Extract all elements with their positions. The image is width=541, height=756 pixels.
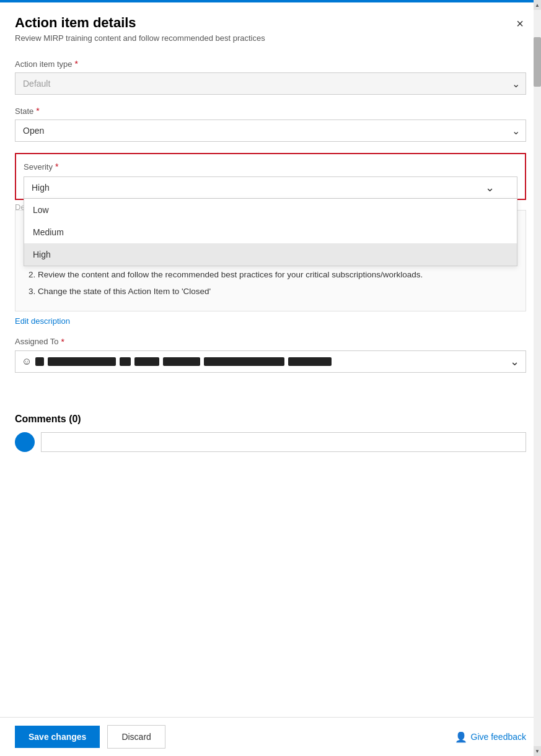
give-feedback-button[interactable]: 👤 Give feedback [455, 731, 527, 743]
comments-section: Comments (0) [15, 414, 526, 452]
spacer-1 [15, 384, 526, 396]
assigned-to-redacted [15, 351, 526, 372]
severity-selected-value: High [32, 183, 50, 193]
redacted-7 [288, 357, 332, 366]
redacted-1 [35, 357, 44, 366]
assigned-to-label: Assigned To * [15, 337, 526, 347]
scrollbar-thumb[interactable] [534, 37, 541, 87]
close-button[interactable]: × [510, 14, 530, 33]
required-star-assigned: * [61, 337, 64, 347]
severity-option-low[interactable]: Low [24, 199, 517, 221]
edit-description-link[interactable]: Edit description [15, 316, 70, 326]
redacted-3 [120, 357, 131, 366]
panel-title: Action item details [15, 15, 526, 31]
required-star-state: * [36, 106, 39, 116]
scrollbar-track: ▲ ▼ [534, 0, 541, 756]
spacer-2 [15, 396, 526, 409]
save-changes-button[interactable]: Save changes [15, 726, 100, 748]
panel-body: Action item type * Default ⌄ State * Ope… [0, 49, 541, 717]
severity-select-button[interactable]: High ⌄ [24, 176, 517, 199]
redacted-5 [163, 357, 200, 366]
severity-dropdown-container: High ⌄ Low Medium High [24, 176, 517, 199]
severity-option-medium[interactable]: Medium [24, 221, 517, 243]
severity-option-high[interactable]: High [24, 243, 517, 266]
feedback-label: Give feedback [471, 732, 527, 742]
description-item-2: Review the content and follow the recomm… [38, 268, 516, 282]
comments-input[interactable] [41, 432, 526, 452]
comments-input-row [15, 432, 526, 452]
severity-label: Severity * [24, 162, 517, 172]
required-star-severity: * [55, 162, 58, 172]
discard-button[interactable]: Discard [107, 725, 165, 749]
severity-dropdown: Low Medium High [24, 199, 517, 266]
redacted-2 [48, 357, 116, 366]
description-item-3: Change the state of this Action Item to … [38, 285, 516, 298]
action-item-type-select[interactable]: Default [15, 72, 526, 95]
scrollbar-arrow-down[interactable]: ▼ [534, 746, 541, 756]
action-item-panel: Action item details Review MIRP training… [0, 0, 541, 756]
action-item-type-wrapper: Default ⌄ [15, 72, 526, 95]
chevron-down-icon-severity: ⌄ [485, 181, 495, 194]
chevron-down-icon-assigned: ⌄ [510, 355, 519, 368]
state-group: State * Open Closed ⌄ [15, 106, 526, 142]
scrollbar-arrow-up[interactable]: ▲ [534, 0, 541, 10]
state-label: State * [15, 106, 526, 116]
comments-title: Comments (0) [15, 414, 526, 425]
action-item-type-label: Action item type * [15, 59, 526, 69]
feedback-person-icon: 👤 [455, 731, 467, 743]
severity-section: Severity * High ⌄ Low Medium High [15, 153, 526, 200]
redacted-6 [204, 357, 284, 366]
required-star: * [75, 59, 78, 69]
comments-avatar [15, 432, 35, 452]
state-select-wrapper: Open Closed ⌄ [15, 119, 526, 142]
state-select[interactable]: Open Closed [15, 119, 526, 142]
panel-header: Action item details Review MIRP training… [0, 2, 541, 49]
panel-footer: Save changes Discard 👤 Give feedback [0, 717, 541, 756]
assigned-to-group: Assigned To * ☺ ⌄ [15, 337, 526, 373]
panel-subtitle: Review MIRP training content and follow … [15, 33, 526, 43]
action-item-type-group: Action item type * Default ⌄ [15, 59, 526, 95]
redacted-4 [134, 357, 159, 366]
assigned-to-inner[interactable]: ☺ ⌄ [15, 350, 526, 373]
